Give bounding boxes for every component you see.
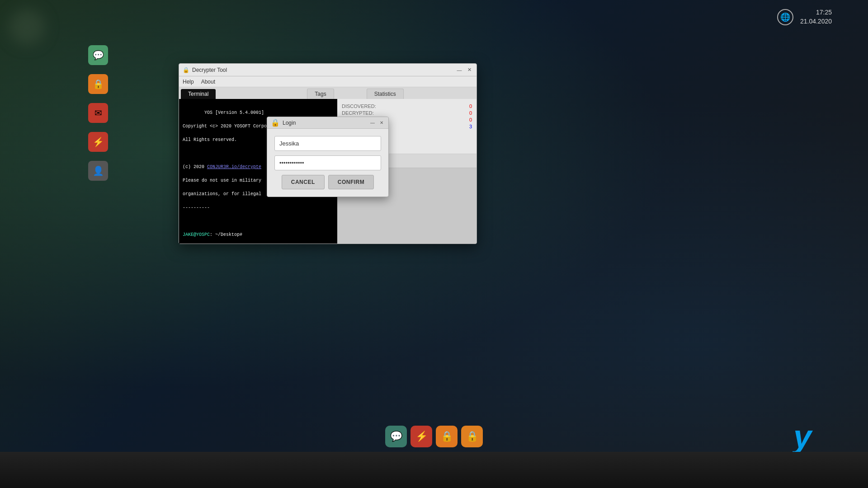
window-close-button[interactable]: ✕ <box>466 66 473 74</box>
terminal-link: CONJUR3R.io/decrypte <box>207 164 261 169</box>
taskbar-zap-icon[interactable]: ⚡ <box>410 426 432 447</box>
stat-discovered: DISCOVERED: 0 <box>342 103 472 109</box>
restored-value: 0 <box>469 117 472 122</box>
laptop-bezel-bottom <box>0 452 868 488</box>
decrypted-value: 0 <box>469 110 472 116</box>
terminal-prompt: JAKE@YOSPC <box>183 232 210 237</box>
terminal-line5: (c) 2020 CONJUR3R.io/decrypte <box>183 164 261 169</box>
taskbar: 💬 ⚡ 🔒 🔒 <box>385 426 483 447</box>
tab-bar: Terminal Tags Statistics <box>179 87 476 99</box>
decrypted-label: DECRYPTED: <box>342 110 374 116</box>
terminal-path: : ~/Desktop# <box>210 232 242 237</box>
window-lock-icon: 🔒 <box>183 67 189 73</box>
taskbar-chat-icon[interactable]: 💬 <box>385 426 407 447</box>
svg-text:y: y <box>792 418 813 455</box>
terminal-line3: All Rights reserved. <box>183 137 237 142</box>
sidebar-zap-icon[interactable]: ⚡ <box>88 132 108 152</box>
window-minimize-button[interactable]: — <box>456 66 463 74</box>
menu-about[interactable]: About <box>201 79 215 85</box>
decoration-blur <box>9 9 45 45</box>
window-title: Decrypter Tool <box>192 67 453 73</box>
topbar: 🌐 17:25 21.04.2020 <box>777 8 832 26</box>
terminal-separator: ---------- <box>183 205 210 210</box>
tab-tags[interactable]: Tags <box>307 89 334 99</box>
terminal-line7: organizations, or for illegal <box>183 192 261 197</box>
login-dialog: 🔒 Login — ✕ CANCEL CONFIRM <box>267 117 389 197</box>
terminal-line6: Please do not use in military <box>183 178 261 183</box>
discovered-value: 0 <box>469 103 472 109</box>
dialog-lock-icon: 🔒 <box>271 118 280 127</box>
date-text: 21.04.2020 <box>800 17 832 26</box>
menu-help[interactable]: Help <box>183 79 194 85</box>
tab-statistics[interactable]: Statistics <box>367 89 404 99</box>
cancel-button[interactable]: CANCEL <box>282 175 325 189</box>
dialog-title: Login <box>283 120 367 126</box>
opened-value: 3 <box>469 124 472 129</box>
stat-decrypted: DECRYPTED: 0 <box>342 110 472 116</box>
username-input[interactable] <box>274 136 381 151</box>
sidebar-mail-icon[interactable]: ✉ <box>88 103 108 123</box>
confirm-button[interactable]: CONFIRM <box>328 175 374 189</box>
discovered-label: DISCOVERED: <box>342 103 376 109</box>
password-input[interactable] <box>274 155 381 170</box>
sidebar-chat-icon[interactable]: 💬 <box>88 45 108 65</box>
dialog-close-button[interactable]: ✕ <box>378 120 385 126</box>
taskbar-lock1-icon[interactable]: 🔒 <box>436 426 458 447</box>
window-titlebar: 🔒 Decrypter Tool — ✕ <box>179 64 476 76</box>
dialog-titlebar: 🔒 Login — ✕ <box>267 117 388 129</box>
menu-bar: Help About <box>179 76 476 87</box>
dialog-body: CANCEL CONFIRM <box>267 129 388 197</box>
sidebar: 💬 🔒 ✉ ⚡ 👤 <box>88 45 108 181</box>
taskbar-lock2-icon[interactable]: 🔒 <box>461 426 483 447</box>
sidebar-lock-icon[interactable]: 🔒 <box>88 74 108 94</box>
dialog-minimize-button[interactable]: — <box>369 120 376 126</box>
terminal-line1: YOS [Version 5.4.0001] <box>204 110 264 115</box>
sidebar-user-icon[interactable]: 👤 <box>88 161 108 181</box>
globe-icon[interactable]: 🌐 <box>777 9 793 25</box>
dialog-buttons: CANCEL CONFIRM <box>274 175 381 189</box>
clock-display: 17:25 21.04.2020 <box>800 8 832 26</box>
tab-terminal[interactable]: Terminal <box>181 89 216 99</box>
time-text: 17:25 <box>800 8 832 17</box>
